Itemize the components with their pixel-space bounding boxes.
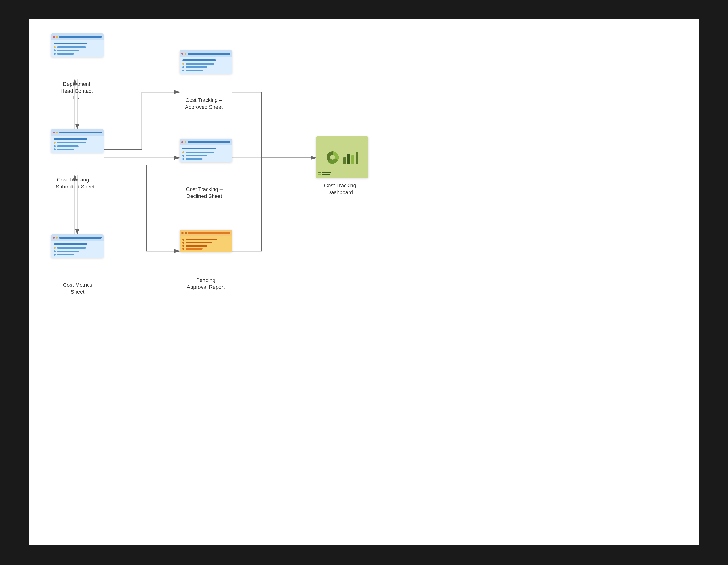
card-body: [180, 236, 232, 252]
svg-point-3: [330, 155, 335, 160]
row2: [54, 250, 101, 252]
dept-head-card[interactable]: [51, 33, 104, 57]
card-header: [180, 50, 232, 57]
card-body: [51, 136, 104, 153]
data-line: [57, 145, 79, 147]
data-line: [186, 155, 207, 156]
row3: [182, 158, 229, 160]
legend: [318, 172, 331, 175]
approved-card[interactable]: [180, 50, 232, 74]
dot-red: [181, 53, 183, 55]
card-header: [51, 234, 104, 241]
card-header: [51, 33, 104, 40]
data-line: [57, 251, 79, 252]
dot-yellow: [56, 132, 58, 133]
metrics-card[interactable]: [51, 234, 104, 258]
row1: [182, 63, 229, 65]
header-bar: [59, 237, 102, 239]
top-line: [54, 43, 87, 44]
row-dot: [182, 242, 184, 244]
header-bar: [188, 53, 230, 55]
data-line: [186, 242, 212, 243]
card-header: [180, 230, 232, 236]
data-line: [57, 50, 79, 51]
header-bar: [59, 36, 102, 38]
row-dot: [182, 239, 184, 241]
arrow-pending-to-dashboard: [232, 158, 315, 251]
card-header: [180, 139, 232, 145]
row2: [182, 242, 229, 244]
data-line: [186, 239, 217, 240]
dashboard-inner: [325, 150, 359, 165]
dashboard-card[interactable]: [316, 136, 368, 178]
row-dot: [182, 66, 184, 68]
svg-rect-6: [351, 155, 354, 164]
dashboard-label: Cost TrackingDashboard: [312, 182, 369, 196]
row-dot: [182, 248, 184, 250]
row1: [182, 239, 229, 241]
top-line: [54, 138, 87, 140]
row3: [182, 70, 229, 71]
data-line: [57, 53, 74, 55]
data-line: [57, 247, 86, 249]
pie-chart-icon: [325, 150, 340, 165]
dot: [181, 232, 184, 234]
arrow-submitted-to-approved: [104, 92, 180, 149]
data-line: [57, 142, 86, 143]
card-body: [51, 40, 104, 57]
arrows-svg: [29, 19, 699, 545]
svg-rect-7: [356, 152, 358, 164]
dot-yellow: [56, 36, 58, 38]
card-header: [51, 129, 104, 136]
data-line: [186, 63, 214, 65]
card-body: [180, 145, 232, 162]
row2: [182, 66, 229, 68]
row-dot: [54, 148, 56, 150]
row4: [182, 248, 229, 250]
row-dot: [54, 247, 56, 249]
row-dot: [54, 250, 56, 252]
row3: [54, 254, 101, 256]
row-dot: [54, 46, 56, 48]
row2: [54, 145, 101, 147]
pending-card[interactable]: [180, 230, 232, 252]
row-dot: [182, 70, 184, 71]
svg-rect-5: [347, 154, 350, 164]
data-line: [186, 245, 207, 247]
pending-label: PendingApproval Report: [177, 277, 235, 291]
arrow-approved-to-dashboard: [232, 92, 316, 158]
row-dot: [182, 245, 184, 247]
row1: [54, 247, 101, 249]
row-dot: [54, 53, 56, 55]
declined-card[interactable]: [180, 139, 232, 162]
data-line: [186, 248, 203, 250]
dept-head-label: DepartmentHead ContactList: [48, 81, 105, 101]
submitted-label: Cost Tracking –Submitted Sheet: [47, 176, 104, 190]
dot-red: [53, 237, 55, 239]
top-line: [182, 59, 216, 61]
header-bar: [188, 232, 230, 234]
submitted-card[interactable]: [51, 129, 104, 153]
row-dot: [54, 145, 56, 147]
row1: [54, 142, 101, 144]
row-dot: [54, 254, 56, 256]
row2: [182, 155, 229, 157]
dot-yellow: [185, 141, 186, 143]
metrics-label: Cost MetricsSheet: [49, 282, 106, 295]
data-line: [57, 254, 74, 255]
row-dot: [54, 142, 56, 144]
row-dot: [182, 151, 184, 153]
approved-label: Cost Tracking –Approved Sheet: [175, 97, 233, 110]
declined-label: Cost Tracking –Declined Sheet: [176, 186, 233, 200]
card-body: [180, 57, 232, 74]
data-line: [57, 46, 86, 48]
data-line: [186, 152, 214, 153]
row1: [54, 46, 101, 48]
header-bar: [188, 141, 230, 143]
top-line: [182, 148, 216, 149]
arrow-submitted-to-pending: [104, 165, 180, 251]
row3: [54, 53, 101, 55]
data-line: [186, 158, 203, 160]
data-line: [57, 149, 74, 150]
row1: [182, 151, 229, 153]
